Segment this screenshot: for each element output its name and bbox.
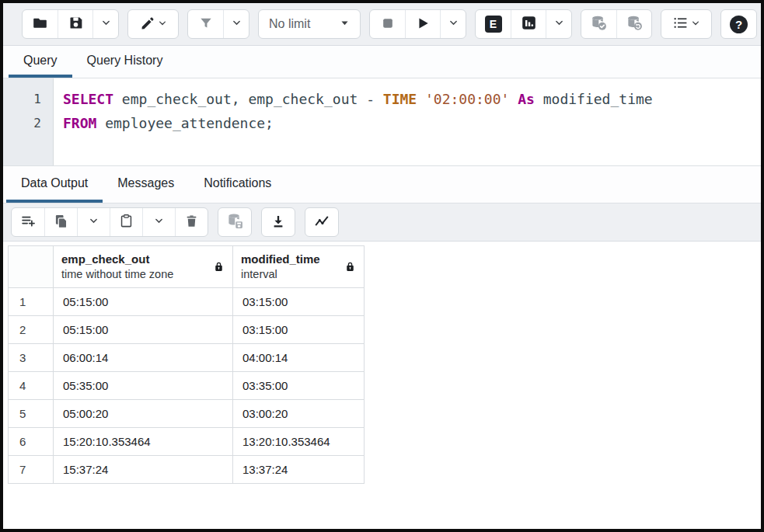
filter-options-dropdown[interactable] — [223, 10, 249, 38]
paste-button[interactable] — [110, 208, 142, 236]
sql-code-area[interactable]: SELECT emp_check_out, emp_check_out - TI… — [54, 78, 761, 165]
stop-button[interactable] — [370, 10, 405, 38]
row-limit-select[interactable]: No limit — [258, 9, 361, 39]
row-number[interactable]: 7 — [9, 456, 54, 484]
sql-token-kw: FROM — [63, 115, 96, 131]
cell[interactable]: 06:00:14 — [54, 344, 233, 372]
save-options-dropdown[interactable] — [92, 10, 118, 38]
code-line[interactable]: FROM employee_attendence; — [63, 111, 761, 135]
cell[interactable]: 15:20:10.353464 — [54, 428, 233, 456]
explain-analyze-icon — [521, 15, 537, 33]
explain-icon: E — [485, 16, 502, 33]
lock-icon — [213, 261, 225, 273]
macros-button-group — [661, 9, 712, 39]
chevron-down-icon — [158, 19, 167, 30]
download-csv-button[interactable] — [262, 208, 295, 236]
folder-icon — [32, 15, 48, 33]
open-file-button[interactable] — [23, 10, 58, 38]
row-number[interactable]: 6 — [9, 428, 54, 456]
execute-options-dropdown[interactable] — [440, 10, 466, 38]
cell[interactable]: 05:15:00 — [54, 316, 233, 344]
rollback-button[interactable] — [616, 10, 651, 38]
edit-dropdown-button[interactable] — [128, 10, 178, 38]
trash-icon — [184, 214, 199, 231]
tab-notifications[interactable]: Notifications — [189, 166, 286, 203]
save-file-button[interactable] — [58, 10, 92, 38]
query-tool-window: No limit E — [0, 0, 764, 532]
row-number[interactable]: 2 — [9, 316, 54, 344]
filter-button[interactable] — [188, 10, 223, 38]
line-chart-icon — [313, 213, 330, 232]
explain-analyze-button[interactable] — [511, 10, 546, 38]
help-button[interactable]: ? — [721, 10, 756, 38]
paste-icon — [119, 214, 134, 231]
sql-token-plain — [509, 91, 518, 107]
cell[interactable]: 03:15:00 — [233, 316, 365, 344]
cell[interactable]: 15:37:24 — [54, 456, 233, 484]
commit-database-icon — [590, 14, 608, 34]
download-button-group — [261, 207, 295, 237]
cell[interactable]: 03:00:20 — [233, 400, 365, 428]
table-row: 715:37:2413:37:24 — [9, 456, 365, 484]
editor-tabbar: Query Query History — [3, 46, 761, 78]
graph-visualiser-button[interactable] — [305, 208, 338, 236]
rollback-database-icon — [626, 14, 644, 34]
column-header-modified_time[interactable]: modified_timeinterval — [233, 246, 365, 288]
explain-button-group: E — [475, 9, 572, 39]
chevron-down-icon — [232, 18, 242, 30]
copy-options-dropdown[interactable] — [77, 208, 110, 236]
cell[interactable]: 04:00:14 — [233, 344, 365, 372]
save-database-icon — [226, 212, 244, 232]
lock-icon — [344, 261, 356, 273]
column-header-emp_check_out[interactable]: emp_check_outtime without time zone — [54, 246, 233, 288]
download-icon — [270, 214, 286, 231]
delete-row-button[interactable] — [175, 208, 208, 236]
macros-button[interactable] — [661, 10, 711, 38]
cell[interactable]: 05:35:00 — [54, 372, 233, 400]
tab-query-history[interactable]: Query History — [72, 46, 178, 78]
cell[interactable]: 03:15:00 — [233, 288, 365, 316]
save-data-changes-button[interactable] — [218, 208, 251, 236]
cell[interactable]: 05:00:20 — [54, 400, 233, 428]
code-line[interactable]: SELECT emp_check_out, emp_check_out - TI… — [63, 87, 761, 111]
cell[interactable]: 13:20:10.353464 — [233, 428, 365, 456]
grid-corner-cell[interactable] — [9, 246, 54, 288]
sql-token-plain — [417, 91, 425, 107]
filter-button-group — [187, 9, 249, 39]
explain-options-dropdown[interactable] — [546, 10, 571, 38]
cell[interactable]: 05:15:00 — [54, 288, 233, 316]
chevron-down-icon — [89, 216, 99, 228]
add-row-button[interactable] — [12, 208, 44, 236]
column-type: time without time zone — [61, 267, 173, 282]
table-row: 205:15:0003:15:00 — [9, 316, 365, 344]
tab-query[interactable]: Query — [9, 46, 72, 78]
execute-button-group — [369, 9, 466, 39]
transaction-button-group — [581, 9, 652, 39]
column-type: interval — [241, 267, 320, 282]
save-data-button-group — [218, 207, 252, 237]
save-icon — [68, 15, 84, 33]
tab-messages[interactable]: Messages — [103, 166, 189, 203]
table-row: 505:00:2003:00:20 — [9, 400, 365, 428]
line-number: 2 — [3, 111, 53, 135]
copy-button[interactable] — [44, 208, 77, 236]
play-icon — [415, 16, 431, 33]
cell[interactable]: 03:35:00 — [233, 372, 365, 400]
cell[interactable]: 13:37:24 — [233, 456, 365, 484]
paste-options-dropdown[interactable] — [142, 208, 175, 236]
row-number[interactable]: 4 — [9, 372, 54, 400]
file-button-group — [22, 9, 119, 39]
filter-icon — [198, 16, 214, 33]
tab-data-output[interactable]: Data Output — [6, 166, 103, 203]
row-number[interactable]: 3 — [9, 344, 54, 372]
sql-token-kw: SELECT — [63, 91, 113, 107]
row-number[interactable]: 5 — [9, 400, 54, 428]
column-name: modified_time — [241, 252, 320, 267]
execute-button[interactable] — [405, 10, 440, 38]
commit-button[interactable] — [581, 10, 616, 38]
row-number[interactable]: 1 — [9, 288, 54, 316]
results-table: emp_check_outtime without time zone modi… — [8, 245, 365, 484]
sql-editor[interactable]: 12 SELECT emp_check_out, emp_check_out -… — [3, 78, 761, 166]
explain-button[interactable]: E — [476, 10, 511, 38]
chevron-down-icon — [554, 18, 564, 30]
